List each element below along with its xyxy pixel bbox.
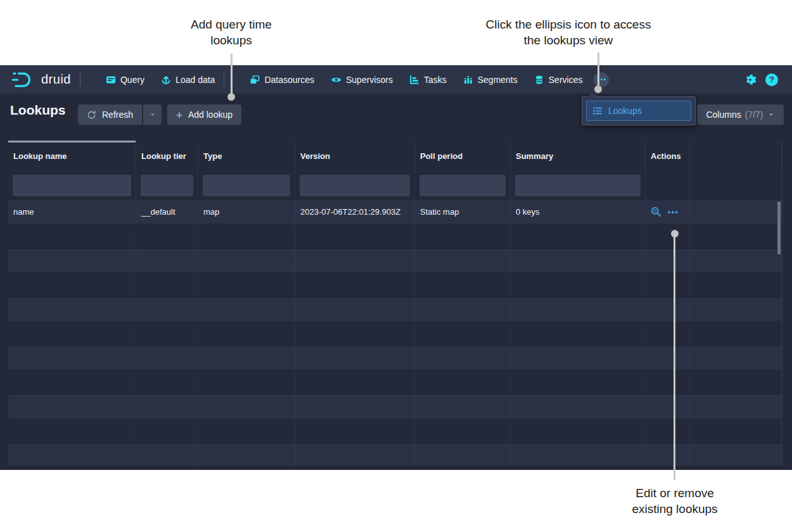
annotation-connector-dot (227, 93, 235, 101)
cell-filler (690, 200, 782, 224)
annotation-line-2: lookups (155, 32, 307, 48)
annotation-line-1: Add query time (155, 16, 307, 32)
table-row-name: name __default map 2023-07-06T22:01:29.9… (8, 200, 782, 224)
lookups-table: Lookup name Lookup tier Type Version Pol… (8, 141, 782, 466)
cell-summary: 0 keys (511, 200, 646, 224)
cell-lookup-tier: __default (136, 200, 198, 224)
brand-name: druid (41, 72, 71, 87)
cell-type: map (198, 200, 295, 224)
tasks-icon (409, 75, 419, 85)
refresh-button[interactable]: Refresh (78, 104, 142, 125)
navbar-divider (224, 73, 224, 86)
annotation-connector-line (231, 54, 233, 94)
refresh-caret-button[interactable] (143, 104, 162, 125)
table-body: name __default map 2023-07-06T22:01:29.9… (8, 200, 782, 466)
nav-item-query[interactable]: Query (106, 75, 144, 85)
column-header-lookup-name[interactable]: Lookup name (8, 141, 136, 168)
refresh-button-group: Refresh (78, 104, 162, 125)
lookups-popup-menu: Lookups (582, 96, 696, 125)
filter-cell (511, 168, 646, 200)
table-row-empty (8, 346, 782, 370)
chevron-down-icon (767, 111, 775, 118)
navbar-right: ? (744, 73, 778, 86)
refresh-label: Refresh (102, 110, 133, 120)
plus-icon: + (176, 110, 182, 120)
nav-item-label: Segments (478, 75, 518, 85)
annotation-connector-line (674, 237, 675, 480)
filter-input-lookup-tier[interactable] (141, 175, 193, 196)
nav-item-label: Query (120, 75, 144, 85)
screenshot-canvas: Add query time lookups Click the ellipsi… (0, 0, 792, 532)
annotation-line-2: existing lookups (599, 501, 751, 517)
search-detail-icon[interactable] (651, 206, 661, 217)
column-header-actions[interactable]: Actions (646, 141, 690, 168)
nav-item-label: Services (549, 75, 583, 85)
nav-item-datasources[interactable]: Datasources (250, 75, 314, 85)
nav-item-load-data[interactable]: Load data (161, 75, 215, 85)
navbar-divider (80, 73, 80, 86)
nav-more-ellipsis-button[interactable]: ••• (594, 72, 609, 87)
nav-item-tasks[interactable]: Tasks (409, 75, 447, 85)
nav-item-label: Supervisors (346, 75, 393, 85)
columns-count: (7/7) (745, 110, 763, 120)
annotation-connector-dot (671, 230, 679, 238)
druid-logo-icon (11, 70, 35, 89)
popup-item-lookups[interactable]: Lookups (586, 101, 691, 121)
nav-item-label: Load data (176, 75, 215, 85)
row-actions-ellipsis-icon[interactable]: ••• (668, 208, 679, 217)
table-row-empty (8, 395, 782, 419)
table-row-empty (8, 443, 782, 466)
table-row-empty (8, 298, 782, 322)
cell-lookup-name: name (8, 200, 136, 224)
annotation-line-1: Edit or remove (599, 485, 751, 501)
annotation-ellipsis-access: Click the ellipsis icon to access the lo… (473, 16, 663, 48)
segments-icon (463, 75, 473, 85)
columns-label: Columns (706, 110, 741, 120)
vertical-scrollbar[interactable] (777, 201, 781, 255)
popup-item-label: Lookups (608, 106, 642, 116)
table-row-empty (8, 224, 782, 248)
filter-input-version[interactable] (300, 175, 410, 196)
table-row-empty (8, 322, 782, 346)
filter-input-summary[interactable] (515, 175, 641, 196)
help-icon: ? (769, 75, 774, 84)
cell-poll-period: Static map (415, 200, 511, 224)
add-lookup-label: Add lookup (188, 110, 233, 120)
table-filter-row (8, 168, 782, 200)
table-row-empty (8, 419, 782, 443)
nav-item-supervisors[interactable]: Supervisors (331, 75, 393, 85)
filter-input-type[interactable] (203, 175, 290, 196)
nav-item-segments[interactable]: Segments (463, 75, 518, 85)
filter-input-poll-period[interactable] (419, 175, 506, 196)
filter-cell (8, 168, 136, 200)
page-title: Lookups (10, 103, 66, 118)
help-button[interactable]: ? (765, 73, 778, 86)
cell-version: 2023-07-06T22:01:29.903Z (295, 200, 415, 224)
query-icon (106, 75, 116, 85)
column-header-summary[interactable]: Summary (511, 141, 646, 168)
annotation-add-lookups: Add query time lookups (155, 16, 307, 48)
annotation-connector-line (597, 53, 599, 86)
cell-actions: ••• (646, 200, 690, 224)
list-icon (592, 106, 603, 116)
annotation-edit-remove: Edit or remove existing lookups (599, 485, 751, 517)
annotation-line-2: the lookups view (473, 32, 663, 48)
column-header-filler (690, 141, 782, 168)
filter-cell-filler (690, 168, 782, 200)
filter-cell (295, 168, 415, 200)
gear-icon[interactable] (744, 73, 757, 86)
nav-item-services[interactable]: Services (534, 75, 583, 85)
filter-input-lookup-name[interactable] (13, 175, 131, 196)
column-header-version[interactable]: Version (295, 141, 415, 168)
columns-button[interactable]: Columns (7/7) (697, 104, 784, 125)
services-icon (534, 75, 544, 85)
add-lookup-button[interactable]: + Add lookup (167, 104, 241, 125)
annotation-connector-dot (594, 86, 602, 93)
supervisors-icon (331, 75, 342, 85)
druid-logo[interactable]: druid (11, 70, 71, 89)
column-header-poll-period[interactable]: Poll period (415, 141, 511, 168)
column-header-type[interactable]: Type (198, 141, 295, 168)
table-row-empty (8, 370, 782, 395)
column-header-lookup-tier[interactable]: Lookup tier (136, 141, 198, 168)
chevron-down-icon (149, 111, 156, 118)
